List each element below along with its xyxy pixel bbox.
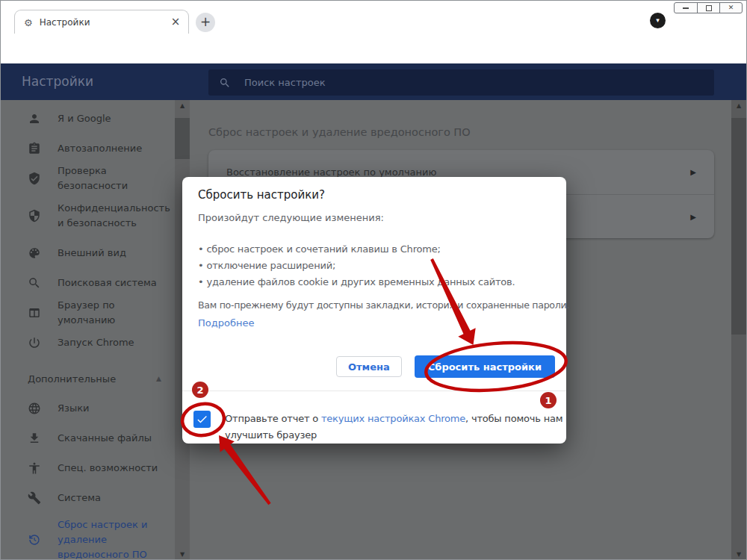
sidebar-item-startup[interactable]: Запуск Chrome — [1, 328, 175, 358]
dialog-buttons: Отмена Сбросить настройки — [336, 355, 555, 378]
tab-search-icon[interactable]: ▾ — [650, 13, 666, 28]
reset-settings-button[interactable]: Сбросить настройки — [415, 355, 555, 378]
sidebar-item-languages[interactable]: Языки — [1, 393, 175, 423]
safety-check-icon — [28, 172, 41, 185]
sidebar-item-label: Запуск Chrome — [58, 335, 134, 350]
page-title: Сброс настроек и удаление вредоносного П… — [208, 126, 471, 138]
sidebar-item-default-browser[interactable]: Браузер по умолчанию — [1, 298, 175, 328]
change-item: • удаление файлов cookie и других времен… — [198, 274, 515, 290]
scroll-down-icon[interactable]: ▼ — [175, 549, 190, 560]
new-tab-button[interactable]: + — [196, 13, 215, 32]
close-icon: ✕ — [728, 4, 734, 11]
checkbox-label: Отправьте отчет о текущих настройках Chr… — [225, 411, 562, 444]
tab-close-icon[interactable]: × — [169, 16, 182, 29]
chevron-up-icon: ▲ — [156, 375, 161, 382]
palette-icon — [28, 246, 41, 260]
sidebar-item-label: Поисковая система — [58, 276, 157, 290]
reset-settings-dialog: Сбросить настройки? Произойдут следующие… — [182, 177, 566, 444]
sidebar-item-downloads[interactable]: Скачанные файлы — [1, 423, 175, 453]
sidebar-item-label: Сброс настроек и удаление вредоносного П… — [58, 517, 164, 560]
browser-window: ⚙ Настройки × + ▾ ✕ ← → ↻ Chrome chrome:… — [0, 0, 747, 560]
scroll-up-icon[interactable]: ▲ — [731, 100, 746, 112]
scrollbar-thumb[interactable] — [731, 118, 746, 335]
download-icon — [28, 432, 41, 445]
label-text: , чтобы помочь нам — [465, 413, 562, 424]
sidebar-advanced-toggle[interactable]: Дополнительные ▲ — [1, 364, 175, 393]
advanced-label: Дополнительные — [28, 373, 116, 385]
sidebar-item-appearance[interactable]: Внешний вид — [1, 238, 175, 268]
dialog-note: Вам по-прежнему будут доступны закладки,… — [198, 299, 555, 311]
learn-more-link[interactable]: Подробнее — [198, 317, 254, 329]
sidebar-item-label: Проверка безопасности — [58, 164, 164, 193]
minimize-button[interactable] — [675, 3, 697, 13]
browser-tab[interactable]: ⚙ Настройки × — [14, 10, 189, 34]
dialog-change-list: • сброс настроек и сочетаний клавиш в Ch… — [198, 241, 515, 290]
sidebar-item-label: Я и Google — [58, 111, 111, 126]
toolbar: ← → ↻ Chrome chrome://settings/resetProf… — [1, 34, 746, 63]
sidebar-item-label: Языки — [58, 401, 90, 416]
globe-icon — [28, 402, 41, 415]
sidebar: Я и Google Автозаполнение Проверка безоп… — [1, 100, 175, 560]
close-button[interactable]: ✕ — [719, 3, 742, 13]
checkbox-label-line1: Отправьте отчет о текущих настройках Chr… — [225, 411, 562, 427]
sidebar-item-label: Браузер по умолчанию — [58, 298, 164, 328]
sidebar-item-reset[interactable]: Сброс настроек и удаление вредоносного П… — [1, 513, 175, 560]
wrench-icon — [28, 491, 41, 505]
settings-header: Настройки — [1, 63, 746, 100]
change-item: • отключение расширений; — [198, 258, 515, 274]
dialog-title: Сбросить настройки? — [198, 188, 325, 202]
sidebar-item-safety-check[interactable]: Проверка безопасности — [1, 164, 175, 193]
reset-icon — [28, 533, 41, 547]
maximize-icon — [706, 5, 712, 11]
sidebar-item-label: Скачанные файлы — [58, 431, 152, 446]
content-scrollbar[interactable]: ▲ ▼ — [731, 100, 746, 560]
checkbox-label-line2: улучшить браузер — [225, 427, 562, 444]
minimize-icon — [683, 7, 689, 9]
divider — [182, 391, 566, 391]
tab-title: Настройки — [40, 17, 169, 28]
privacy-shield-icon — [28, 209, 41, 223]
scroll-up-icon[interactable]: ▲ — [175, 100, 190, 112]
current-settings-link[interactable]: текущих настройках Chrome — [321, 413, 465, 424]
person-icon — [28, 112, 41, 125]
gear-icon: ⚙ — [24, 18, 33, 28]
row-label: Восстановление настроек по умолчанию — [226, 167, 690, 178]
search-input[interactable] — [244, 77, 681, 88]
search-engine-icon — [28, 276, 41, 290]
sidebar-item-label: Автозаполнение — [58, 141, 142, 156]
autofill-icon — [28, 142, 41, 155]
report-checkbox-row: Отправьте отчет о текущих настройках Chr… — [193, 411, 562, 444]
titlebar: ⚙ Настройки × + ▾ ✕ — [1, 1, 746, 34]
sidebar-item-accessibility[interactable]: Спец. возможности — [1, 453, 175, 483]
checkmark-icon — [196, 413, 208, 426]
power-icon — [28, 336, 41, 349]
sidebar-item-label: Система — [58, 491, 101, 505]
sidebar-item-search-engine[interactable]: Поисковая система — [1, 268, 175, 298]
sidebar-item-privacy[interactable]: Конфиденциальность и безопасность — [1, 193, 175, 238]
dialog-intro: Произойдут следующие изменения: — [198, 212, 384, 223]
window-controls: ✕ — [674, 2, 743, 13]
scroll-down-icon[interactable]: ▼ — [731, 549, 746, 560]
sidebar-item-system[interactable]: Система — [1, 483, 175, 513]
settings-title: Настройки — [22, 74, 93, 89]
settings-search[interactable] — [208, 69, 714, 96]
cancel-button[interactable]: Отмена — [336, 356, 402, 377]
report-checkbox[interactable] — [193, 411, 211, 428]
sidebar-item-label: Конфиденциальность и безопасность — [58, 201, 170, 231]
sidebar-item-autofill[interactable]: Автозаполнение — [1, 134, 175, 164]
label-text: Отправьте отчет о — [225, 413, 321, 424]
default-browser-icon — [28, 306, 41, 320]
chevron-right-icon: ▶ — [690, 213, 696, 221]
sidebar-item-label: Спец. возможности — [58, 461, 158, 476]
sidebar-item-you-and-google[interactable]: Я и Google — [1, 104, 175, 134]
chevron-right-icon: ▶ — [690, 168, 696, 176]
search-icon — [219, 77, 231, 89]
change-item: • сброс настроек и сочетаний клавиш в Ch… — [198, 241, 515, 258]
accessibility-icon — [28, 461, 41, 475]
sidebar-item-label: Внешний вид — [58, 246, 126, 261]
scrollbar-thumb[interactable] — [175, 118, 190, 159]
maximize-button[interactable] — [697, 3, 719, 13]
